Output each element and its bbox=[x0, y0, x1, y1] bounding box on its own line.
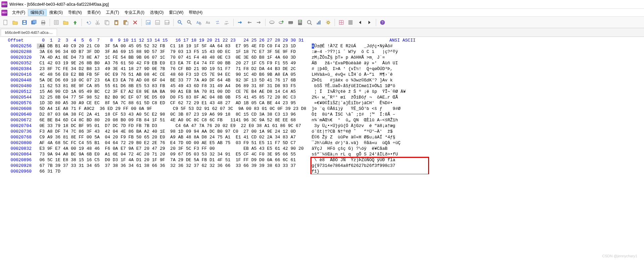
hex-row[interactable]: C9 A9 36 81 8E FF 00 5A 04 20 F9 FB 50 6… bbox=[37, 134, 306, 140]
ascii-row[interactable]: \ è8 ÅÐÓ JÑ Ÿz)ÞZûÑOQ ÿÙÐ fla bbox=[312, 157, 429, 163]
ascii-row[interactable]: ãŸçJ HFö çšç G) ?\óÿ ë¥CåaB bbox=[312, 146, 429, 151]
ascii-row[interactable]: n¾´mÄŒ½€ ° û„ QN ŒÈlû A–<šRŽîh bbox=[312, 117, 429, 123]
find-text2-button[interactable]: Aa bbox=[204, 18, 213, 27]
ascii-row[interactable]: ÁB ž&‹°£vaPBùëàãê äÿ »' Åùñ UI bbox=[312, 60, 429, 66]
offset-value[interactable]: 00020320 bbox=[0, 55, 32, 60]
offset-value[interactable]: 00020896 bbox=[0, 157, 32, 163]
disk-button[interactable] bbox=[268, 18, 276, 27]
ascii-row[interactable]: 2%‹ w_˜R²° œï žÕiÐõƒ ¬ õAE…r ŒÃ bbox=[312, 94, 429, 100]
menu-item-8[interactable]: 窗口(W) bbox=[166, 9, 186, 16]
menu-item-0[interactable]: 文件(F) bbox=[9, 9, 28, 16]
ascii-row[interactable]: zM¡ŽÔsŽ§ þT» p AôHHÃ >m¸ J`= bbox=[312, 55, 429, 60]
offset-value[interactable]: 00020736 bbox=[0, 129, 32, 134]
calculator-button[interactable] bbox=[296, 18, 304, 27]
analyze-button[interactable] bbox=[314, 18, 323, 27]
ascii-row[interactable]: =€¥0©ÎìŠZ|ˆa]ÈíÏbr)áCH'­ Ê¾D#• bbox=[312, 100, 429, 106]
hex-row[interactable]: 66 31 7D bbox=[37, 169, 306, 174]
find-text-button[interactable]: Aa bbox=[194, 18, 203, 27]
hex-row[interactable]: 0E 33 79 18 DC BF 95 01 D7 DC 7D FD FB 7… bbox=[37, 123, 306, 129]
offset-value[interactable]: 00020544 bbox=[0, 94, 32, 100]
offset-value[interactable]: 00020416 bbox=[0, 72, 32, 77]
ascii-row[interactable]: sš”¨¼šŒà¡n rL q gÕ S 24'åÏLð>•fU bbox=[312, 151, 429, 157]
ascii-row[interactable]: ZÞÖi #jãêx­ o ¾3wz©ßdK'? ]Av k bbox=[312, 77, 429, 83]
menu-item-5[interactable]: 工具(T) bbox=[103, 9, 122, 16]
ascii-row[interactable]: g{97314e7864a8f62627b26f3f998c37 bbox=[312, 163, 429, 169]
offset-value[interactable]: 00020768 bbox=[0, 134, 32, 140]
offset-value[interactable]: 00020448 bbox=[0, 77, 32, 83]
go-to-button[interactable] bbox=[236, 18, 244, 27]
offset-value[interactable]: 00020576 bbox=[0, 100, 32, 106]
hex-row[interactable]: 6E BE B4 6D C4 8C BD 80 20 08 B0 09 FB 8… bbox=[37, 117, 306, 123]
replace-button[interactable] bbox=[213, 18, 222, 27]
menu-item-3[interactable]: 导航(N) bbox=[65, 9, 84, 16]
ram-button[interactable] bbox=[286, 18, 295, 27]
hex-row[interactable]: 67 7B 39 37 33 31 34 65 37 38 36 34 61 3… bbox=[37, 163, 306, 169]
hex-row[interactable]: 32 25 8B 04 77 5F 98 52 B2 B0 9C EF 07 9… bbox=[37, 94, 306, 100]
hex-row[interactable]: F3 A8 DF 74 7C 86 3F 43 42 04 4E 86 BA A… bbox=[37, 129, 306, 134]
find-hex-button[interactable] bbox=[185, 18, 194, 27]
paste-button[interactable] bbox=[121, 18, 130, 27]
ascii-row[interactable]: ¦ Í I¼Â?ç¢è ž Š º ¡ë šp ÝÎ~´®Ø Ä¥ bbox=[312, 89, 429, 94]
hex-row[interactable]: 06 5C 1E E8 38 15 16 C5 D0 D3 1F 4A D1 2… bbox=[37, 157, 306, 163]
offset-value[interactable]: 00020256 bbox=[0, 43, 32, 49]
delete-button[interactable] bbox=[131, 18, 139, 27]
hex-row[interactable]: 7A 4D A1 8E D4 73 8E A7 1C FE 54 BB 9B 0… bbox=[37, 55, 306, 60]
cut-button[interactable] bbox=[93, 18, 102, 27]
clipboard-button[interactable] bbox=[112, 18, 121, 27]
ascii-row[interactable]: :æ–4 ·?Ý?¦i ˆ W?y õ C ì |ç?^Ÿý bbox=[312, 49, 429, 55]
hex-row[interactable]: 1D 3D 80 A5 30 A9 CE EC 8F 5A 7C 88 61 5… bbox=[37, 100, 306, 106]
hex-row[interactable]: A4 DB B1 40 C9 20 21 C0 3F 5A 00 45 05 5… bbox=[37, 43, 306, 49]
ascii-row[interactable]: 3y Ü¿•×Ü}ýû{Ó ÄjGzv é "à8¡a†œg bbox=[312, 123, 429, 129]
ascii-row[interactable]: ]¤ ¨q ©Â6í)ÿ ŸÉ_SÒ'b <š ƒ 9#Ø bbox=[312, 106, 429, 112]
save-button[interactable] bbox=[20, 18, 29, 27]
offset-value[interactable]: 00020864 bbox=[0, 151, 32, 157]
ascii-row[interactable]: bSŠ ŸÊ…UaÖ‹åSƒûEICmø1I¤Ö‰1 1Ø“õ bbox=[312, 83, 429, 89]
ascii-row[interactable]: LHVàâ»û_ évQ« LÎH`ó Å~”ì M¶›¨ê bbox=[312, 72, 429, 77]
prev-button[interactable] bbox=[356, 18, 364, 27]
hex-row[interactable]: 5D A4 1E A8 71 F A9C2 36 ED 29 FF 00 0A … bbox=[37, 106, 306, 112]
copy-button[interactable] bbox=[103, 18, 111, 27]
ascii-row[interactable]: # |þ4Ò¸ I>A ' {vÏ½! Q÷qøÒÚD³Þ, bbox=[312, 66, 429, 72]
hex-row[interactable]: 11 62 53 81 8E 9F CA 85 55 61 D6 8B E5 5… bbox=[37, 83, 306, 89]
settings-button[interactable] bbox=[324, 18, 333, 27]
save-as-button[interactable] bbox=[30, 18, 38, 27]
copy-block-button[interactable]: AB bbox=[144, 18, 153, 27]
ascii-row[interactable]: f1} bbox=[312, 169, 429, 174]
forward-button[interactable] bbox=[254, 18, 263, 27]
offset-value[interactable]: 00020832 bbox=[0, 146, 32, 151]
menu-item-7[interactable]: 选项(O) bbox=[147, 9, 166, 16]
help-button[interactable]: ? bbox=[378, 18, 387, 27]
folder-button[interactable] bbox=[61, 18, 70, 27]
menu-item-4[interactable]: 查看(V) bbox=[84, 9, 103, 16]
zoom-button[interactable] bbox=[305, 18, 314, 27]
menu-item-6[interactable]: 专业工具(I) bbox=[122, 9, 147, 16]
replace2-button[interactable]: 01 bbox=[223, 18, 231, 27]
back-button[interactable] bbox=[245, 18, 254, 27]
undo-button[interactable] bbox=[84, 18, 93, 27]
hex-row[interactable]: 15 A6 90 CD 1A 05 49 BC C2 3F E7 A2 E8 9… bbox=[37, 89, 306, 94]
menu-item-2[interactable]: 搜索(S) bbox=[47, 9, 65, 16]
hex-row[interactable]: AF 4A 68 5C FC C4 55 B1 04 64 72 29 B0 E… bbox=[37, 140, 306, 146]
ascii-row[interactable]: Ò‡ 8ü*A ÏSC \â˜ ;‡# ¦™ Í:8Ã – bbox=[312, 112, 429, 117]
hex-row[interactable]: E3 9F E7 4A 00 19 48 46 F6 0A E7 9A E7 2… bbox=[37, 146, 306, 151]
hex-viewer[interactable]: Offset0002025600020288000203200002035200… bbox=[0, 37, 644, 174]
offset-value[interactable]: 00020352 bbox=[0, 60, 32, 66]
hex-row[interactable]: 5A DE D6 69 10 0C 07 23 6A E3 EA 78 AD 0… bbox=[37, 77, 306, 83]
hex-row[interactable]: 23 8F 7C FE 34 D2 B8 13 49 3E 41 18 27 9… bbox=[37, 66, 306, 72]
offset-value[interactable]: 00020928 bbox=[0, 163, 32, 169]
position-button[interactable] bbox=[337, 18, 346, 27]
ascii-row[interactable]: ó¨ßt|†?CB N†º¢@ ˜ ”ªÜ°—À' ž$ bbox=[312, 129, 429, 134]
properties-button[interactable] bbox=[52, 18, 61, 27]
hex-row[interactable]: C1 42 03 19 9E 26 8B B0 A3 76 61 50 42 F… bbox=[37, 60, 306, 66]
offset-value[interactable]: 00020288 bbox=[0, 49, 32, 55]
hex-block-button[interactable]: 0xfF bbox=[163, 18, 171, 27]
hex-row[interactable]: 4C 48 56 E0 E2 BB FB 5F 0C E9 76 51 AB 0… bbox=[37, 72, 306, 77]
find-button[interactable] bbox=[176, 18, 184, 27]
up-button[interactable] bbox=[71, 18, 79, 27]
print-button[interactable] bbox=[39, 18, 48, 27]
disk-plus-button[interactable] bbox=[277, 18, 286, 27]
file-tab[interactable]: b56cde4f-be03-4d07-a0ca-... bbox=[1, 29, 57, 36]
ascii-row[interactable]: É©6 Žÿ Z ùûPe à©«H Ø$u¡áAÍ *4ƒ§ bbox=[312, 134, 429, 140]
next-button[interactable] bbox=[365, 18, 374, 27]
hex-row[interactable]: 3A E6 96 34 0D B7 3F DD 3F A6 69 15 88 9… bbox=[37, 49, 306, 55]
